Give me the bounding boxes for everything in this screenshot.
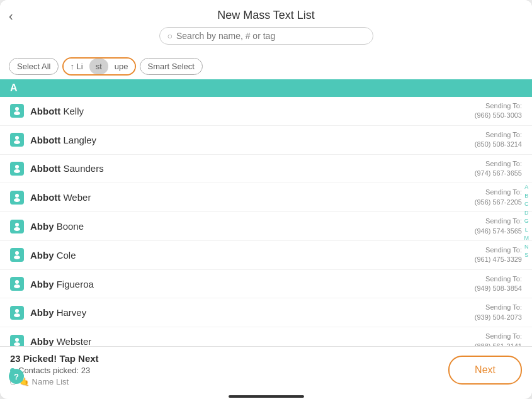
alpha-letter[interactable]: N xyxy=(523,243,531,252)
groups-button[interactable]: upe xyxy=(108,59,135,74)
help-button[interactable]: ? xyxy=(9,369,24,384)
home-indicator xyxy=(229,395,304,398)
alpha-letter[interactable]: A xyxy=(523,183,531,192)
contact-name: Abbott Langley xyxy=(30,135,475,145)
svg-point-13 xyxy=(14,284,20,288)
svg-point-7 xyxy=(14,198,20,202)
header: ‹ New Mass Text List ○ xyxy=(0,0,532,55)
contact-icon xyxy=(10,104,24,118)
alpha-letter[interactable]: C xyxy=(523,200,531,209)
svg-point-17 xyxy=(14,342,20,346)
section-header-a: A xyxy=(0,79,532,97)
contact-phone: Sending To:(949) 508-3854 xyxy=(475,274,522,294)
contact-name: Abby Webster xyxy=(30,336,475,346)
contact-name: Abbott Kelly xyxy=(30,106,475,116)
svg-point-10 xyxy=(15,251,19,255)
contact-row[interactable]: Abbott WeberSending To:(956) 567-2205 xyxy=(0,183,532,212)
alpha-letter[interactable]: L xyxy=(523,226,531,235)
smart-select-button[interactable]: Smart Select xyxy=(140,58,203,75)
alpha-index: ABCDGLMNS xyxy=(521,97,533,346)
contact-icon xyxy=(10,248,24,262)
search-bar: ○ xyxy=(159,27,373,45)
toolbar: Select All ↑ Li st upe Smart Select xyxy=(0,55,532,79)
svg-point-4 xyxy=(15,165,19,169)
svg-point-12 xyxy=(15,280,19,284)
contact-name: Abby Cole xyxy=(30,250,475,261)
contact-icon xyxy=(10,306,24,320)
contact-row[interactable]: Abbott LangleySending To:(850) 508-3214 xyxy=(0,126,532,155)
list-groups-toggle: ↑ Li st upe xyxy=(62,57,135,76)
contact-icon xyxy=(10,191,24,205)
contact-name: Abbott Saunders xyxy=(30,163,475,174)
alpha-letter[interactable]: B xyxy=(523,192,531,201)
contact-row[interactable]: Abby ColeSending To:(961) 475-3329 xyxy=(0,241,532,270)
app-container: ‹ New Mass Text List ○ Select All ↑ Li s… xyxy=(0,0,532,399)
contact-phone: Sending To:(888) 561-2141 xyxy=(475,332,522,346)
select-all-button[interactable]: Select All xyxy=(9,58,59,75)
alpha-letter[interactable]: D xyxy=(523,209,531,218)
list-active-button[interactable]: st xyxy=(89,59,108,74)
contact-phone: Sending To:(850) 508-3214 xyxy=(475,130,522,150)
alpha-letter[interactable]: G xyxy=(523,217,531,226)
contact-name: Abby Harvey xyxy=(30,307,475,318)
contact-phone: Sending To:(956) 567-2205 xyxy=(475,188,522,207)
svg-point-15 xyxy=(14,313,20,317)
contact-phone: Sending To:(939) 504-2073 xyxy=(475,303,522,322)
contact-phone: Sending To:(966) 550-3003 xyxy=(475,101,522,121)
svg-point-3 xyxy=(14,140,20,144)
contact-icon xyxy=(10,220,24,233)
next-button[interactable]: Next xyxy=(448,356,522,385)
svg-point-6 xyxy=(15,194,19,198)
svg-point-14 xyxy=(15,309,19,313)
svg-point-8 xyxy=(15,223,19,227)
bottom-bar: 23 Picked! Tap Next Contacts picked: 23 … xyxy=(0,346,532,393)
svg-point-16 xyxy=(15,338,19,342)
page-title: New Mass Text List xyxy=(217,9,315,22)
svg-point-11 xyxy=(14,256,20,259)
search-icon: ○ xyxy=(167,31,173,41)
picked-text: 23 Picked! Tap Next xyxy=(10,353,99,364)
contacts-count-label: Contacts picked: 23 xyxy=(18,366,90,375)
contact-name: Abby Figueroa xyxy=(30,279,475,289)
alpha-letter[interactable]: M xyxy=(523,234,531,243)
contact-icon xyxy=(10,335,24,346)
contact-phone: Sending To:(946) 574-3565 xyxy=(475,216,522,236)
contact-row[interactable]: Abby HarveySending To:(939) 504-2073 xyxy=(0,298,532,327)
list-button[interactable]: ↑ Li xyxy=(64,59,89,74)
contact-row[interactable]: Abbott SaundersSending To:(974) 567-3655 xyxy=(0,155,532,184)
contact-phone: Sending To:(961) 475-3329 xyxy=(475,245,522,265)
contact-list[interactable]: Abbott KellySending To:(966) 550-3003Abb… xyxy=(0,97,532,346)
contact-row[interactable]: Abby BooneSending To:(946) 574-3565 xyxy=(0,212,532,241)
search-input[interactable] xyxy=(176,31,365,41)
contact-name: Abby Boone xyxy=(30,221,475,232)
contact-row[interactable]: Abby FigueroaSending To:(949) 508-3854 xyxy=(0,270,532,299)
contact-phone: Sending To:(974) 567-3655 xyxy=(475,159,522,179)
name-list-label: 🤙 Name List xyxy=(20,377,69,386)
contact-icon xyxy=(10,162,24,176)
svg-point-2 xyxy=(15,136,19,140)
svg-point-1 xyxy=(14,111,20,115)
contact-name: Abbott Weber xyxy=(30,192,475,203)
contact-row[interactable]: Abbott KellySending To:(966) 550-3003 xyxy=(0,97,532,126)
contact-icon xyxy=(10,277,24,291)
alpha-letter[interactable]: S xyxy=(523,251,531,260)
bottom-left: 23 Picked! Tap Next Contacts picked: 23 … xyxy=(10,353,99,386)
svg-point-5 xyxy=(14,169,20,173)
svg-point-0 xyxy=(15,107,19,111)
back-button[interactable]: ‹ xyxy=(9,9,13,23)
svg-point-9 xyxy=(14,227,20,231)
contact-icon xyxy=(10,133,24,147)
contact-row[interactable]: Abby WebsterSending To:(888) 561-2141 xyxy=(0,327,532,346)
